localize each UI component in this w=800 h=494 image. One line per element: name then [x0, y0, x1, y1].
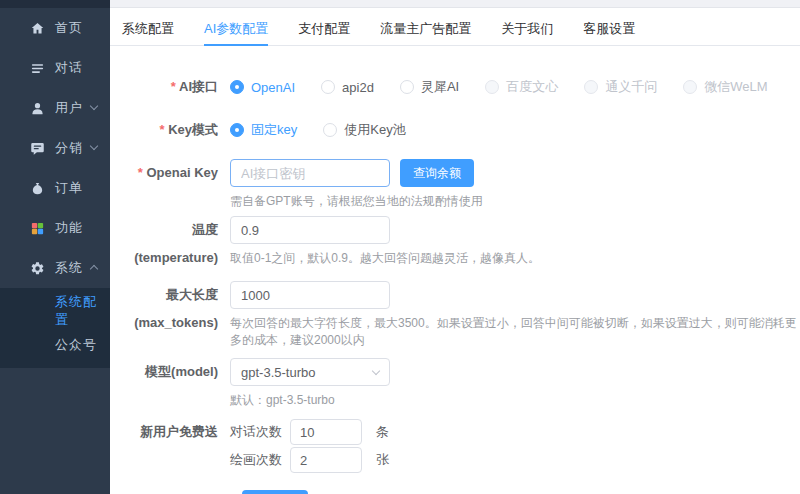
radio-key-pool[interactable]: 使用Key池: [323, 121, 405, 139]
radio-icon: [400, 80, 414, 94]
field-label: 模型(model): [110, 358, 230, 409]
home-icon: [29, 20, 45, 36]
sidebar-subitem-label: 公众号: [55, 336, 97, 354]
chat-count-unit: 条: [376, 423, 389, 441]
sidebar-top-strip: [0, 0, 110, 8]
radio-selected-icon: [230, 80, 244, 94]
tab-system-config[interactable]: 系统配置: [122, 20, 174, 45]
comment-icon: [29, 140, 45, 156]
system-submenu: 系统配置 公众号: [0, 288, 110, 368]
model-help-text: 默认：gpt-3.5-turbo: [230, 392, 800, 409]
app-window: 首页 对话 用户 分销 订单: [0, 0, 800, 494]
draw-count-input[interactable]: [290, 447, 362, 473]
radio-baidu-wenxin: 百度文心: [485, 78, 558, 96]
sidebar-item-users[interactable]: 用户: [0, 88, 110, 128]
form-row-free-quota: 新用户免费送 对话次数 条 绘画次数 张: [110, 419, 800, 473]
chevron-down-icon: [90, 142, 98, 150]
field-label: AI接口: [110, 77, 230, 97]
ai-params-form: AI接口 OpenAI api2d 灵犀AI: [110, 46, 800, 494]
save-button[interactable]: ✓ 保存: [242, 490, 308, 494]
radio-lingxi-ai[interactable]: 灵犀AI: [400, 78, 459, 96]
sidebar-subitem-system-config[interactable]: 系统配置: [0, 294, 110, 328]
model-select[interactable]: gpt-3.5-turbo: [230, 358, 390, 386]
chat-count-input[interactable]: [290, 419, 362, 445]
radio-openai[interactable]: OpenAI: [230, 80, 295, 95]
max-tokens-help-text: 每次回答的最大字符长度，最大3500。如果设置过小，回答中间可能被切断，如果设置…: [230, 315, 800, 349]
free-draw-quota-row: 绘画次数 张: [230, 447, 800, 473]
user-icon: [29, 100, 45, 116]
radio-disabled-icon: [683, 80, 697, 94]
sidebar: 首页 对话 用户 分销 订单: [0, 0, 110, 494]
chevron-up-icon: [90, 265, 98, 273]
sidebar-item-label: 订单: [55, 179, 83, 197]
free-chat-quota-row: 对话次数 条: [230, 419, 800, 445]
radio-icon: [321, 80, 335, 94]
field-label: 最大长度(max_tokens): [110, 281, 230, 349]
sidebar-subitem-label: 系统配置: [55, 293, 110, 329]
key-mode-radio-group: 固定key 使用Key池: [230, 120, 800, 140]
max-tokens-input[interactable]: [230, 281, 390, 309]
radio-disabled-icon: [485, 80, 499, 94]
sidebar-item-orders[interactable]: 订单: [0, 168, 110, 208]
radio-tongyi-qianwen: 通义千问: [584, 78, 657, 96]
chat-lines-icon: [29, 60, 45, 76]
form-actions: ✓ 保存: [242, 490, 800, 494]
radio-fixed-key[interactable]: 固定key: [230, 121, 297, 139]
radio-selected-icon: [230, 123, 244, 137]
field-label: 温度(temperature): [110, 216, 230, 272]
draw-count-label: 绘画次数: [230, 451, 282, 469]
main-content: 系统配置 AI参数配置 支付配置 流量主广告配置 关于我们 客服设置 AI接口 …: [110, 0, 800, 494]
tab-about-us[interactable]: 关于我们: [501, 20, 553, 45]
draw-count-unit: 张: [376, 451, 389, 469]
sidebar-item-label: 首页: [55, 19, 83, 37]
sidebar-item-system[interactable]: 系统: [0, 248, 110, 288]
form-row-key-mode: Key模式 固定key 使用Key池: [110, 120, 800, 140]
temperature-help-text: 取值0-1之间，默认0.9。越大回答问题越灵活，越像真人。: [230, 250, 800, 267]
features-grid-icon: [29, 220, 45, 236]
sidebar-item-distribution[interactable]: 分销: [0, 128, 110, 168]
form-row-openai-key: Openai Key 查询余额 需自备GPT账号，请根据您当地的法规酌情使用: [110, 159, 800, 210]
settings-tabbar: 系统配置 AI参数配置 支付配置 流量主广告配置 关于我们 客服设置: [110, 8, 800, 46]
sidebar-subitem-official-account[interactable]: 公众号: [0, 328, 110, 362]
sidebar-item-features[interactable]: 功能: [0, 208, 110, 248]
gear-icon: [29, 260, 45, 276]
radio-weixin-welm: 微信WeLM: [683, 78, 767, 96]
form-row-temperature: 温度(temperature) 取值0-1之间，默认0.9。越大回答问题越灵活，…: [110, 216, 800, 272]
money-bag-icon: [29, 180, 45, 196]
content-top-strip: [110, 0, 800, 8]
radio-api2d[interactable]: api2d: [321, 80, 374, 95]
openai-key-help-text: 需自备GPT账号，请根据您当地的法规酌情使用: [230, 193, 800, 210]
tab-customer-service[interactable]: 客服设置: [583, 20, 635, 45]
field-label: Openai Key: [110, 159, 230, 210]
sidebar-item-label: 系统: [55, 259, 83, 277]
sidebar-item-label: 分销: [55, 139, 83, 157]
model-select-value: gpt-3.5-turbo: [241, 365, 315, 380]
sidebar-item-chat[interactable]: 对话: [0, 48, 110, 88]
chevron-down-icon: [372, 367, 380, 375]
ai-interface-radio-group: OpenAI api2d 灵犀AI 百度文心: [230, 77, 800, 97]
radio-disabled-icon: [584, 80, 598, 94]
chat-count-label: 对话次数: [230, 423, 282, 441]
sidebar-item-label: 功能: [55, 219, 83, 237]
field-label: 新用户免费送: [110, 419, 230, 473]
chevron-down-icon: [90, 102, 98, 110]
openai-key-input[interactable]: [230, 159, 390, 187]
tab-traffic-ads-config[interactable]: 流量主广告配置: [380, 20, 471, 45]
tab-payment-config[interactable]: 支付配置: [298, 20, 350, 45]
form-row-ai-interface: AI接口 OpenAI api2d 灵犀AI: [110, 77, 800, 97]
field-label: Key模式: [110, 120, 230, 140]
sidebar-item-label: 用户: [55, 99, 83, 117]
query-balance-button[interactable]: 查询余额: [400, 159, 474, 187]
form-row-model: 模型(model) gpt-3.5-turbo 默认：gpt-3.5-turbo: [110, 358, 800, 409]
temperature-input[interactable]: [230, 216, 390, 244]
radio-icon: [323, 123, 337, 137]
sidebar-item-label: 对话: [55, 59, 83, 77]
sidebar-item-home[interactable]: 首页: [0, 8, 110, 48]
tab-ai-params[interactable]: AI参数配置: [204, 20, 268, 45]
form-row-max-tokens: 最大长度(max_tokens) 每次回答的最大字符长度，最大3500。如果设置…: [110, 281, 800, 349]
